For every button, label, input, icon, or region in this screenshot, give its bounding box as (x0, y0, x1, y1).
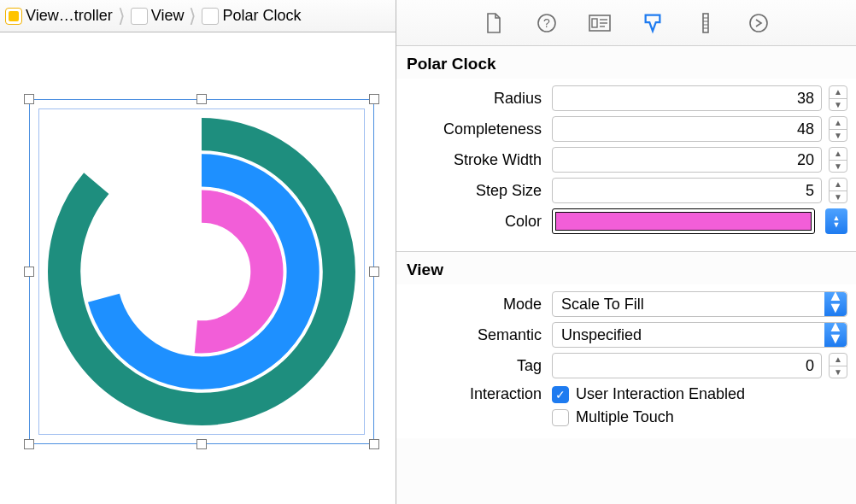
canvas-area[interactable] (0, 32, 396, 504)
breadcrumb-item-polarclock[interactable]: Polar Clock (200, 7, 302, 25)
svg-point-12 (750, 15, 767, 32)
view-icon (131, 8, 148, 25)
viewcontroller-icon (5, 8, 22, 25)
breadcrumb-label: View…troller (26, 7, 113, 25)
section-polarclock: Radius ▲▼ Completeness ▲▼ Stroke Width ▲… (396, 79, 856, 252)
breadcrumb-item-controller[interactable]: View…troller (3, 7, 114, 25)
mode-select[interactable]: Scale To Fill ▲▼ (552, 291, 847, 317)
resize-handle[interactable] (369, 439, 379, 449)
chevron-right-icon: ⟩ (187, 7, 198, 26)
help-tab-icon[interactable]: ? (536, 12, 558, 34)
radius-field[interactable] (552, 85, 822, 111)
resize-handle[interactable] (24, 94, 34, 104)
svg-text:?: ? (543, 16, 550, 30)
connections-tab-icon[interactable] (748, 12, 770, 34)
attributes-tab-icon[interactable] (642, 12, 664, 34)
resize-handle[interactable] (369, 267, 379, 277)
completeness-label: Completeness (405, 120, 545, 138)
file-tab-icon[interactable] (483, 12, 505, 34)
tag-label: Tag (405, 357, 545, 375)
chevron-updown-icon: ▲▼ (824, 292, 847, 316)
checkbox-icon: ✓ (552, 386, 569, 403)
chevron-right-icon: ⟩ (116, 7, 127, 26)
inspector-tabs: ? (396, 0, 856, 46)
resize-handle[interactable] (196, 439, 207, 449)
view-icon (202, 8, 219, 25)
stroke-width-label: Stroke Width (405, 151, 545, 169)
stroke-width-stepper[interactable]: ▲▼ (829, 147, 847, 173)
completeness-stepper[interactable]: ▲▼ (829, 116, 847, 142)
color-popup-button[interactable]: ▲▼ (825, 208, 847, 234)
step-size-field[interactable] (552, 178, 822, 203)
identity-tab-icon[interactable] (589, 12, 611, 34)
tag-field[interactable] (552, 353, 822, 378)
user-interaction-checkbox[interactable]: ✓ User Interaction Enabled (552, 385, 745, 403)
multiple-touch-label: Multiple Touch (576, 408, 674, 426)
mode-label: Mode (405, 296, 545, 314)
semantic-value: Unspecified (553, 326, 824, 344)
inspector-column: ? Polar Clock Radius ▲▼ Complete (396, 0, 856, 504)
completeness-field[interactable] (552, 116, 822, 142)
stroke-width-field[interactable] (552, 147, 822, 173)
color-label: Color (405, 213, 545, 231)
polar-clock-preview (38, 108, 365, 435)
user-interaction-label: User Interaction Enabled (576, 385, 745, 403)
tag-stepper[interactable]: ▲▼ (829, 353, 847, 378)
radius-label: Radius (405, 90, 545, 108)
semantic-label: Semantic (405, 326, 545, 344)
mode-value: Scale To Fill (553, 296, 824, 314)
step-size-stepper[interactable]: ▲▼ (829, 178, 847, 203)
breadcrumb-label: View (151, 7, 185, 25)
breadcrumb-label: Polar Clock (222, 7, 301, 25)
section-header-polarclock: Polar Clock (396, 46, 856, 79)
step-size-label: Step Size (405, 182, 545, 200)
multiple-touch-checkbox[interactable]: Multiple Touch (552, 408, 745, 426)
checkbox-icon (552, 409, 569, 426)
color-well[interactable] (552, 208, 815, 234)
resize-handle[interactable] (24, 267, 34, 277)
section-header-view: View (396, 252, 856, 284)
svg-rect-3 (592, 19, 597, 27)
radius-stepper[interactable]: ▲▼ (829, 85, 847, 111)
resize-handle[interactable] (196, 94, 207, 104)
semantic-select[interactable]: Unspecified ▲▼ (552, 322, 847, 348)
resize-handle[interactable] (24, 439, 34, 449)
selection-box[interactable] (29, 99, 374, 444)
size-tab-icon[interactable] (695, 12, 717, 34)
section-view: Mode Scale To Fill ▲▼ Semantic Unspecifi… (396, 284, 856, 438)
svg-rect-7 (703, 14, 708, 32)
breadcrumb: View…troller ⟩ View ⟩ Polar Clock (0, 0, 396, 32)
resize-handle[interactable] (369, 94, 379, 104)
chevron-updown-icon: ▲▼ (824, 323, 847, 347)
breadcrumb-item-view[interactable]: View (129, 7, 186, 25)
interaction-label: Interaction (405, 385, 545, 403)
canvas-column: View…troller ⟩ View ⟩ Polar Clock (0, 0, 396, 504)
